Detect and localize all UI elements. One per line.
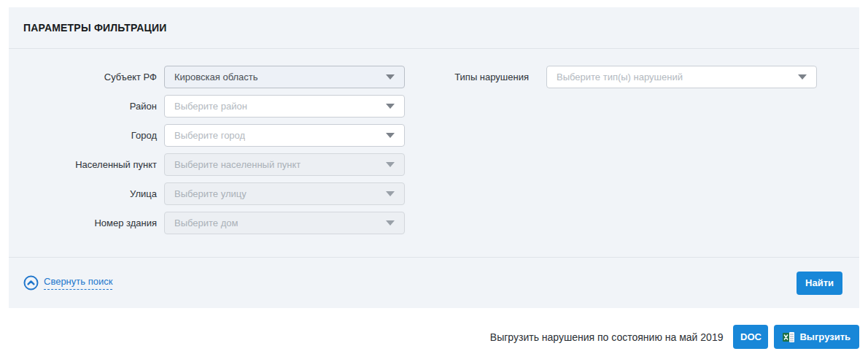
field-row-violation-types: Типы нарушения Выберите тип(ы) нарушений xyxy=(446,66,817,88)
export-caption: Выгрузить нарушения по состоянию на май … xyxy=(490,331,724,343)
violation-types-select-placeholder: Выберите тип(ы) нарушений xyxy=(557,72,683,82)
export-bar: Выгрузить нарушения по состоянию на май … xyxy=(490,325,859,349)
violation-types-select[interactable]: Выберите тип(ы) нарушений xyxy=(546,66,817,88)
subject-select-value: Кировская область xyxy=(174,72,258,82)
chevron-up-circle-icon xyxy=(23,275,39,290)
chevron-down-icon xyxy=(386,74,395,80)
panel-body: Субъект РФ Кировская область Район Выбер… xyxy=(9,49,859,234)
collapse-search-link[interactable]: Свернуть поиск xyxy=(23,275,112,290)
doc-button[interactable]: DOC xyxy=(733,325,768,349)
district-label: Район xyxy=(9,101,164,112)
building-select[interactable]: Выберите дом xyxy=(164,212,405,234)
building-label: Номер здания xyxy=(9,218,164,228)
street-label: Улица xyxy=(9,188,164,199)
chevron-down-icon xyxy=(798,74,807,80)
panel-title: ПАРАМЕТРЫ ФИЛЬТРАЦИИ xyxy=(23,22,166,34)
subject-label: Субъект РФ xyxy=(9,72,164,82)
excel-icon xyxy=(783,331,795,343)
export-button[interactable]: Выгрузить xyxy=(774,325,859,349)
subject-select[interactable]: Кировская область xyxy=(164,66,405,88)
violation-types-label: Типы нарушения xyxy=(446,72,529,82)
export-button-label: Выгрузить xyxy=(799,331,850,342)
street-select[interactable]: Выберите улицу xyxy=(164,182,405,205)
chevron-down-icon xyxy=(386,133,395,138)
city-select-placeholder: Выберите город xyxy=(174,130,245,141)
field-row-district: Район Выберите район xyxy=(9,95,859,118)
field-row-street: Улица Выберите улицу xyxy=(9,182,859,205)
field-row-building: Номер здания Выберите дом xyxy=(9,212,859,234)
city-select[interactable]: Выберите город xyxy=(164,124,405,147)
settlement-select-placeholder: Выберите населенный пункт xyxy=(174,159,301,170)
city-label: Город xyxy=(9,130,164,141)
collapse-search-label: Свернуть поиск xyxy=(44,276,112,290)
panel-footer: Свернуть поиск Найти xyxy=(9,257,859,308)
chevron-down-icon xyxy=(386,191,395,196)
chevron-down-icon xyxy=(386,162,395,167)
street-select-placeholder: Выберите улицу xyxy=(174,188,247,199)
settlement-label: Населенный пункт xyxy=(9,159,164,170)
filter-panel: ПАРАМЕТРЫ ФИЛЬТРАЦИИ Субъект РФ Кировска… xyxy=(9,7,859,308)
district-select-placeholder: Выберите район xyxy=(174,101,247,112)
field-row-settlement: Населенный пункт Выберите населенный пун… xyxy=(9,153,859,176)
panel-header: ПАРАМЕТРЫ ФИЛЬТРАЦИИ xyxy=(9,7,859,49)
chevron-down-icon xyxy=(386,220,395,226)
building-select-placeholder: Выберите дом xyxy=(174,218,238,228)
field-row-city: Город Выберите город xyxy=(9,124,859,147)
find-button[interactable]: Найти xyxy=(797,272,842,295)
chevron-down-icon xyxy=(386,104,395,109)
district-select[interactable]: Выберите район xyxy=(164,95,405,118)
settlement-select[interactable]: Выберите населенный пункт xyxy=(164,153,405,176)
